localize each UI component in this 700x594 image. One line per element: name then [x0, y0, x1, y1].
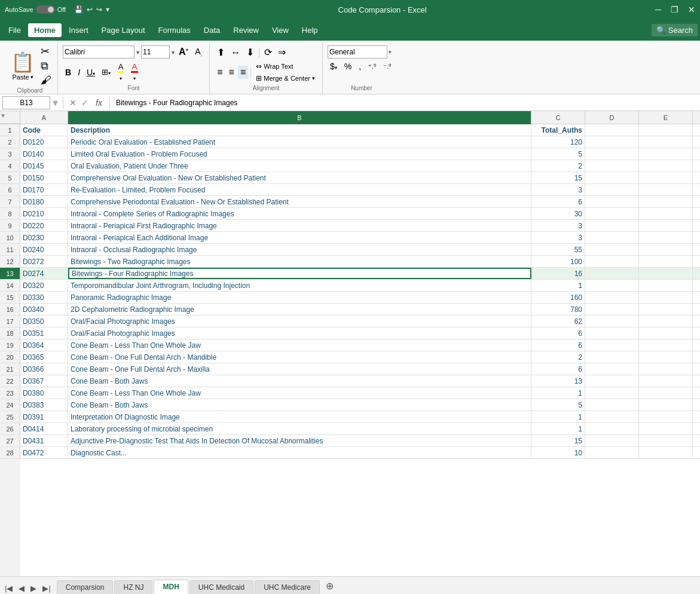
cut-button[interactable]: ✂ [39, 44, 53, 59]
cell-b-2[interactable]: Periodic Oral Evaluation - Established P… [68, 136, 531, 148]
close-button[interactable]: ✕ [688, 5, 695, 14]
row-num-25[interactable]: 25 [0, 411, 20, 423]
cell-e-22[interactable] [639, 375, 693, 387]
row-num-3[interactable]: 3 [0, 148, 20, 160]
cell-b-26[interactable]: Laboratory processing of microbial speci… [68, 423, 531, 434]
cell-b-8[interactable]: Intraoral - Complete Series of Radiograp… [68, 208, 531, 219]
select-all-button[interactable]: ▼ [0, 112, 6, 119]
cell-c-2[interactable]: 120 [531, 136, 585, 148]
row-num-13[interactable]: 13 [0, 268, 20, 280]
cell-e-19[interactable] [639, 339, 693, 351]
cell-c-6[interactable]: 3 [531, 184, 585, 195]
cell-d-23[interactable] [585, 387, 639, 399]
cell-b-13[interactable]: Bitewings - Four Radiographic Images [68, 268, 531, 279]
formula-input[interactable] [114, 99, 698, 107]
cell-d-28[interactable] [585, 447, 639, 458]
name-box-dropdown[interactable]: ▾ [53, 96, 58, 109]
col-header-b[interactable]: B [68, 111, 531, 124]
cell-b-21[interactable]: Cone Beam - One Full Dental Arch - Maxil… [68, 363, 531, 375]
menu-help[interactable]: Help [296, 23, 324, 37]
cell-b-1[interactable]: Description [68, 124, 531, 136]
cell-c-19[interactable]: 6 [531, 339, 585, 351]
cell-e-9[interactable] [639, 220, 693, 231]
cell-c-20[interactable]: 2 [531, 351, 585, 363]
cell-c-5[interactable]: 15 [531, 172, 585, 183]
cell-c-9[interactable]: 3 [531, 220, 585, 231]
align-middle-button[interactable]: ↔ [228, 46, 243, 59]
row-num-16[interactable]: 16 [0, 304, 20, 316]
cell-d-14[interactable] [585, 280, 639, 291]
cell-d-24[interactable] [585, 399, 639, 411]
cell-a-20[interactable]: D0365 [20, 351, 68, 363]
cell-e-21[interactable] [639, 363, 693, 375]
cell-b-27[interactable]: Adjunctive Pre-Diagnostic Test That Aids… [68, 435, 531, 446]
cell-d-5[interactable] [585, 172, 639, 183]
cell-e-14[interactable] [639, 280, 693, 291]
cell-d-16[interactable] [585, 304, 639, 315]
cell-b-20[interactable]: Cone Beam - One Full Dental Arch - Mandi… [68, 351, 531, 363]
cell-e-11[interactable] [639, 244, 693, 255]
cell-d-19[interactable] [585, 339, 639, 351]
undo-icon[interactable]: ↩ [87, 5, 93, 14]
cell-a-8[interactable]: D0210 [20, 208, 68, 219]
cell-d-21[interactable] [585, 363, 639, 375]
cell-e-27[interactable] [639, 435, 693, 446]
font-grow-button[interactable]: A+ [176, 46, 191, 58]
cell-e-16[interactable] [639, 304, 693, 315]
cell-d-11[interactable] [585, 244, 639, 255]
cell-d-9[interactable] [585, 220, 639, 231]
bold-button[interactable]: B [63, 67, 74, 78]
cell-a-5[interactable]: D0150 [20, 172, 68, 183]
align-right-button[interactable]: ≡ [238, 66, 248, 79]
cell-d-13[interactable] [585, 268, 639, 279]
merge-center-button[interactable]: ⊞ Merge & Center ▾ [253, 73, 317, 84]
sheet-nav-next[interactable]: ▶ [28, 583, 39, 594]
cell-b-4[interactable]: Oral Evaluation, Patient Under Three [68, 160, 531, 172]
cell-a-14[interactable]: D0320 [20, 280, 68, 291]
cell-d-22[interactable] [585, 375, 639, 387]
cell-a-27[interactable]: D0431 [20, 435, 68, 446]
align-center-button[interactable]: ≡ [227, 66, 237, 79]
cell-a-24[interactable]: D0383 [20, 399, 68, 411]
cell-a-1[interactable]: Code [20, 124, 68, 136]
row-num-7[interactable]: 7 [0, 196, 20, 208]
menu-view[interactable]: View [266, 23, 295, 37]
cell-b-5[interactable]: Comprehensive Oral Evaluation - New Or E… [68, 172, 531, 183]
menu-file[interactable]: File [2, 23, 27, 37]
cell-c-1[interactable]: Total_Auths [531, 124, 585, 136]
cell-a-22[interactable]: D0367 [20, 375, 68, 387]
row-num-12[interactable]: 12 [0, 256, 20, 268]
row-num-6[interactable]: 6 [0, 184, 20, 196]
cell-c-18[interactable]: 6 [531, 327, 585, 339]
cell-e-13[interactable] [639, 268, 693, 279]
cell-d-1[interactable] [585, 124, 639, 136]
row-num-19[interactable]: 19 [0, 339, 20, 351]
cell-d-8[interactable] [585, 208, 639, 219]
cell-b-19[interactable]: Cone Beam - Less Than One Whole Jaw [68, 339, 531, 351]
align-top-button[interactable]: ⬆ [215, 45, 227, 59]
restore-button[interactable]: ❐ [671, 5, 678, 14]
cell-c-23[interactable]: 1 [531, 387, 585, 399]
cell-d-18[interactable] [585, 327, 639, 339]
number-format-input[interactable] [328, 45, 387, 59]
menu-insert[interactable]: Insert [63, 23, 94, 37]
cell-d-26[interactable] [585, 423, 639, 434]
font-name-input[interactable] [63, 45, 135, 59]
row-num-18[interactable]: 18 [0, 327, 20, 339]
cell-a-26[interactable]: D0414 [20, 423, 68, 434]
name-box[interactable] [2, 96, 50, 109]
search-box[interactable]: 🔍 Search [652, 24, 698, 36]
col-header-a[interactable]: A [20, 111, 68, 124]
row-num-21[interactable]: 21 [0, 363, 20, 375]
cell-a-11[interactable]: D0240 [20, 244, 68, 255]
menu-home[interactable]: Home [28, 23, 62, 37]
row-num-24[interactable]: 24 [0, 399, 20, 411]
cell-a-18[interactable]: D0351 [20, 327, 68, 339]
cell-e-15[interactable] [639, 292, 693, 303]
cell-a-6[interactable]: D0170 [20, 184, 68, 195]
cell-d-15[interactable] [585, 292, 639, 303]
cell-a-15[interactable]: D0330 [20, 292, 68, 303]
decimal-inc-button[interactable]: ⁺.⁰ [366, 62, 378, 71]
cell-e-26[interactable] [639, 423, 693, 434]
cell-a-13[interactable]: D0274 [20, 268, 68, 279]
